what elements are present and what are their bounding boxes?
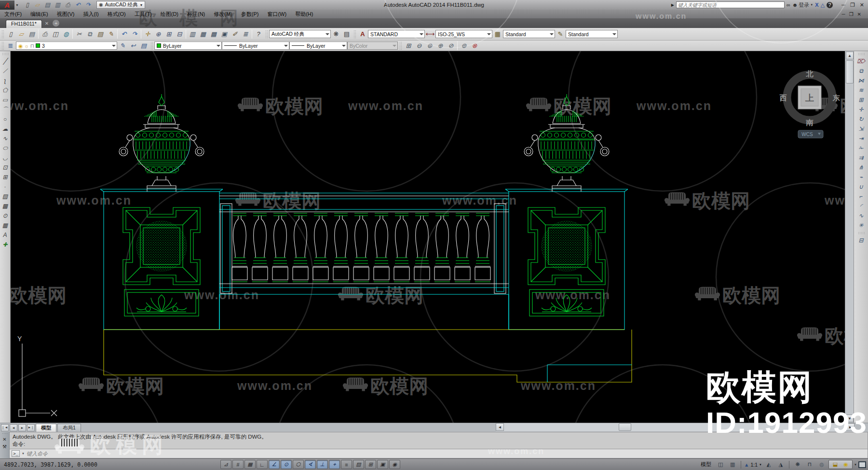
divider[interactable] xyxy=(117,29,118,39)
menu-item[interactable]: 修改(M) xyxy=(209,10,237,19)
file-tab-close-icon[interactable]: ✕ xyxy=(45,21,49,26)
line-icon[interactable]: ╱ xyxy=(0,56,10,66)
command-panel-grip[interactable]: ✕ ⚒ xyxy=(0,432,10,458)
new-icon[interactable]: ▯ xyxy=(5,29,16,39)
divider[interactable] xyxy=(38,29,39,39)
gradient-icon[interactable]: ▩ xyxy=(0,201,10,211)
toolbar-grip[interactable] xyxy=(399,41,402,50)
color-combo[interactable]: ByLayer xyxy=(154,41,222,50)
annotation-autoscale-icon[interactable]: ◮ xyxy=(775,460,786,469)
ortho-mode-toggle[interactable]: ∟ xyxy=(257,460,268,469)
command-close-icon[interactable]: ✕ xyxy=(2,437,6,442)
add-selected-icon[interactable]: ✚ xyxy=(0,240,10,249)
transparency-toggle[interactable]: ▨ xyxy=(353,460,364,469)
mtext-icon[interactable]: A xyxy=(0,230,10,240)
offset-icon[interactable]: ≋ xyxy=(855,85,867,95)
mirror-icon[interactable]: ⋈ xyxy=(855,76,867,85)
vertical-scrollbar[interactable]: ▲ ▼ xyxy=(845,51,854,423)
group-display-icon[interactable]: ⊘ xyxy=(446,41,456,51)
lineweight-combo[interactable]: ByLayer xyxy=(289,41,347,50)
make-object-layer-current-icon[interactable]: ✎ xyxy=(117,41,128,51)
region-icon[interactable]: ⊙ xyxy=(0,211,10,221)
make-block-icon[interactable]: ⊞ xyxy=(0,172,10,182)
plot-preview-icon[interactable]: ◫ xyxy=(50,29,61,39)
grid-display-toggle[interactable]: ▦ xyxy=(244,460,256,469)
divider[interactable] xyxy=(72,29,73,39)
ungroup-icon[interactable]: ⊖ xyxy=(414,41,424,51)
array-icon[interactable]: ⊞ xyxy=(855,95,867,105)
menu-item[interactable]: 格式(O) xyxy=(103,10,130,19)
dynamic-ucs-toggle[interactable]: ⊥ xyxy=(317,460,328,469)
dynamic-input-toggle[interactable]: ⌖ xyxy=(329,460,340,469)
isolate-objects-icon[interactable]: ⬓ xyxy=(830,460,841,469)
hardware-acceleration-icon[interactable]: ◍ xyxy=(816,460,827,469)
undo-icon[interactable]: ↶ xyxy=(119,29,129,39)
minimize-button[interactable]: ─ xyxy=(841,2,845,8)
autocad-logo-button[interactable]: A xyxy=(0,0,14,10)
qat-undo-icon[interactable]: ↶ xyxy=(73,1,82,9)
dim-style-icon[interactable]: ⟷ xyxy=(425,29,435,39)
menu-item[interactable]: 视图(V) xyxy=(53,10,79,19)
zoom-realtime-icon[interactable]: ⊕ xyxy=(153,29,163,39)
clean-screen-button[interactable] xyxy=(858,461,866,468)
polyline-icon[interactable]: ʅ xyxy=(0,76,10,85)
spline-icon[interactable]: ∿ xyxy=(0,134,10,143)
ellipse-icon[interactable]: ⬭ xyxy=(0,143,10,153)
last-tab-button[interactable]: ►❘ xyxy=(27,424,35,431)
toolbar-grip[interactable] xyxy=(265,30,268,39)
command-prompt-icon[interactable]: >_ xyxy=(12,450,20,457)
lightbulb-icon[interactable]: ◉ xyxy=(841,460,851,469)
ellipse-arc-icon[interactable]: ◡ xyxy=(0,153,10,163)
scroll-up-icon[interactable]: ▲ xyxy=(846,52,854,59)
lineweight-toggle[interactable]: ≡ xyxy=(341,460,352,469)
text-style-combo[interactable]: STANDARD xyxy=(368,30,425,38)
named-group-icon[interactable]: ⊚ xyxy=(459,41,469,51)
search-input[interactable] xyxy=(676,1,785,8)
trim-icon[interactable]: ✁ xyxy=(855,143,867,153)
fillet-icon[interactable]: ◜ xyxy=(855,201,867,211)
command-customize-icon[interactable]: ⚒ xyxy=(2,444,7,449)
group-edit-icon[interactable]: ⊜ xyxy=(424,41,435,51)
command-input[interactable]: 键入命令 xyxy=(27,450,48,457)
menu-item[interactable]: 编辑(E) xyxy=(26,10,53,19)
infocenter-expand-icon[interactable]: ▶ xyxy=(671,3,674,7)
rectangle-icon[interactable]: ▭ xyxy=(0,95,10,105)
help-icon[interactable]: ? xyxy=(827,2,833,8)
command-input-row[interactable]: >_ ▼ 键入命令 xyxy=(10,449,868,458)
scale-icon[interactable]: ⇲ xyxy=(855,124,867,134)
menu-item[interactable]: 工具(T) xyxy=(130,10,156,19)
text-style-icon[interactable]: A xyxy=(357,29,368,39)
layout-tab[interactable]: 模型 xyxy=(36,424,56,432)
stretch-icon[interactable]: ⇥ xyxy=(855,134,867,143)
qat-redo-icon[interactable]: ↷ xyxy=(83,1,93,9)
first-tab-button[interactable]: ❘◄ xyxy=(1,424,9,431)
explode-icon[interactable]: ✳ xyxy=(855,221,867,230)
infer-constraints-toggle[interactable]: ⊿ xyxy=(220,460,231,469)
doc-restore-button[interactable]: ❐ xyxy=(849,12,854,17)
toolbar-lock-icon[interactable]: ⊓ xyxy=(804,460,815,469)
move-icon[interactable]: ✛ xyxy=(855,105,867,114)
horizontal-scrollbar[interactable]: ◄ ► xyxy=(496,423,854,431)
selection-cycling-toggle[interactable]: ▣ xyxy=(377,460,388,469)
annotation-monitor-toggle[interactable]: ◉ xyxy=(389,460,400,469)
mleader-style-combo[interactable]: Standard xyxy=(566,30,618,38)
rotate-icon[interactable]: ↻ xyxy=(855,114,867,124)
model-space-button[interactable]: 模型 xyxy=(698,461,714,468)
insert-block-icon[interactable]: ⊡ xyxy=(0,163,10,172)
annotation-visibility-icon[interactable]: ◭ xyxy=(763,460,774,469)
break-at-point-icon[interactable]: ⋔ xyxy=(855,163,867,172)
group-icon[interactable]: ⊞ xyxy=(403,41,414,51)
scroll-left-icon[interactable]: ◄ xyxy=(496,423,504,431)
grip[interactable] xyxy=(858,53,865,55)
sheetset-manager-icon[interactable]: ▣ xyxy=(219,29,230,39)
join-icon[interactable]: ∪ xyxy=(855,182,867,192)
erase-icon[interactable]: ⌦ xyxy=(855,56,867,66)
menu-item[interactable]: 窗口(W) xyxy=(263,10,291,19)
tool-palettes-icon[interactable]: ▩ xyxy=(208,29,219,39)
polygon-icon[interactable]: ⬠ xyxy=(0,85,10,95)
workspaces-combo[interactable]: AutoCAD 经典 xyxy=(269,30,331,38)
vertical-scroll-thumb[interactable] xyxy=(846,60,854,83)
qat-open-icon[interactable]: ▱ xyxy=(33,1,42,9)
construction-line-icon[interactable]: ⟋ xyxy=(0,66,10,76)
scroll-right-icon[interactable]: ► xyxy=(846,423,854,431)
